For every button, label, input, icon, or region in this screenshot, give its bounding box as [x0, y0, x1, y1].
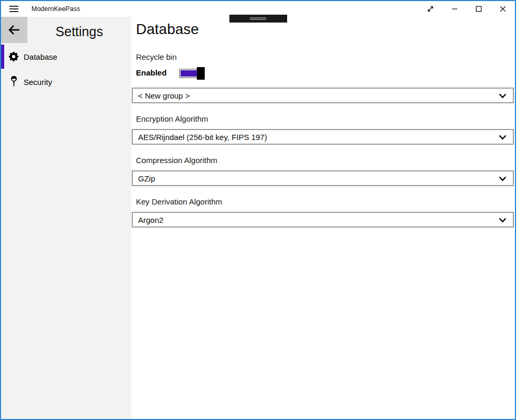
dropdown-value: < New group >: [138, 91, 189, 100]
app-window: ModernKeePass: [0, 0, 516, 420]
settings-sidebar: Settings Database: [1, 17, 131, 419]
toggle-knob: [197, 67, 205, 80]
close-button[interactable]: [491, 1, 515, 17]
minimize-button[interactable]: [443, 1, 467, 17]
page-title: Database: [136, 21, 199, 38]
gear-icon: [8, 52, 19, 61]
back-arrow-icon: [8, 25, 20, 35]
hamburger-menu-button[interactable]: [1, 1, 26, 17]
window-title: ModernKeePass: [31, 5, 80, 13]
sidebar-title: Settings: [27, 17, 131, 44]
grip-line: [250, 17, 266, 18]
selected-indicator: [1, 45, 4, 69]
recycle-group-dropdown[interactable]: < New group >: [132, 88, 514, 103]
chevron-down-icon: [499, 218, 507, 223]
settings-nav: Database Security: [1, 45, 131, 94]
compression-algorithm-label: Compression Algorithm: [136, 156, 217, 165]
chevron-down-icon: [499, 176, 507, 181]
key-icon: [8, 76, 19, 88]
encryption-algorithm-label: Encryption Algorithm: [136, 114, 208, 123]
dropdown-value: Argon2: [138, 216, 163, 224]
diagonal-resize-icon: [426, 5, 435, 13]
toggle-fill: [181, 70, 197, 77]
key-derivation-algorithm-label: Key Derivation Algorithm: [136, 197, 222, 206]
key-derivation-algorithm-dropdown[interactable]: Argon2: [132, 212, 514, 228]
database-settings-panel: Database Recycle bin Enabled < New group…: [131, 17, 515, 419]
chevron-down-icon: [499, 93, 507, 99]
sidebar-item-label: Security: [24, 78, 52, 87]
dropdown-value: AES/Rijndael (256-bit key, FIPS 197): [138, 133, 267, 142]
sidebar-item-label: Database: [24, 52, 57, 61]
minimize-icon: [450, 5, 459, 13]
close-icon: [499, 5, 507, 13]
fullscreen-reveal-handle[interactable]: [229, 15, 287, 23]
recycle-bin-toggle-label: Enabled: [136, 68, 166, 77]
grip-line: [250, 19, 266, 20]
sidebar-item-database[interactable]: Database: [1, 45, 131, 69]
dropdown-value: GZip: [138, 174, 155, 183]
recycle-bin-toggle[interactable]: [179, 67, 205, 80]
maximize-icon: [475, 5, 483, 13]
maximize-button[interactable]: [467, 1, 491, 17]
exit-fullscreen-button[interactable]: [418, 1, 443, 17]
chevron-down-icon: [499, 135, 507, 140]
toggle-track: [179, 69, 199, 78]
recycle-bin-label: Recycle bin: [136, 52, 177, 61]
sidebar-item-security[interactable]: Security: [1, 70, 131, 94]
encryption-algorithm-dropdown[interactable]: AES/Rijndael (256-bit key, FIPS 197): [132, 129, 514, 145]
hamburger-icon: [9, 5, 18, 13]
compression-algorithm-dropdown[interactable]: GZip: [132, 170, 514, 186]
back-button[interactable]: [1, 17, 27, 43]
